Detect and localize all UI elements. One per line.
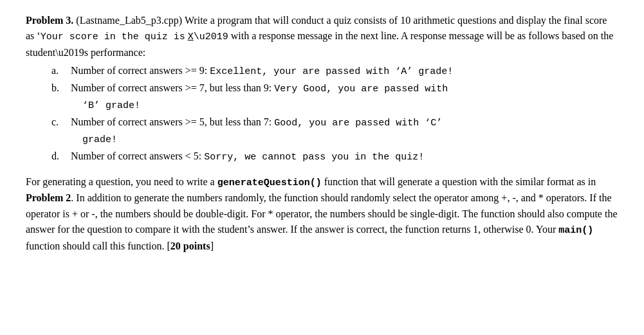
problem-header: Problem 3. (26, 15, 73, 26)
list-item-c: c. Number of correct answers >= 5, but l… (51, 114, 618, 147)
para2-problem2: Problem 2 (26, 192, 71, 203)
page-content: Problem 3. (Lastname_Lab5_p3.cpp) Write … (26, 13, 618, 254)
list-label-c: c. (51, 114, 67, 130)
problem-score-end-quote: \u2019 (194, 32, 228, 42)
problem-score-var: X (188, 32, 194, 42)
list-mono-c: Good, you are passed with ‘C’ grade! (71, 118, 442, 145)
list-content-b: Number of correct answers >= 7, but less… (71, 80, 618, 113)
list-item-b: b. Number of correct answers >= 7, but l… (51, 80, 618, 113)
list-content-a: Number of correct answers >= 9: Excellen… (71, 63, 618, 80)
list-label-d: d. (51, 149, 67, 164)
list-mono-a: Excellent, your are passed with ‘A’ grad… (210, 66, 453, 77)
para2-points: 20 points (170, 240, 210, 251)
problem-score-mono: Your score in the quiz is (41, 32, 185, 42)
list-item-a: a. Number of correct answers >= 9: Excel… (51, 63, 618, 80)
list-mono-b: Very Good, you are passed with ‘B’ grade… (71, 84, 448, 111)
list-content-c: Number of correct answers >= 5, but less… (71, 114, 618, 147)
paragraph2: For generating a question, you need to w… (26, 174, 618, 255)
list-mono-d: Sorry, we cannot pass you in the quiz! (204, 152, 424, 163)
problem-file: (Lastname_Lab5_p3.cpp) (76, 15, 182, 26)
para2-func: generateQuestion() (217, 177, 322, 188)
problem-text: Problem 3. (Lastname_Lab5_p3.cpp) Write … (26, 13, 618, 60)
list-container: a. Number of correct answers >= 9: Excel… (51, 63, 618, 165)
para2-main: main() (558, 225, 593, 236)
list-content-d: Number of correct answers < 5: Sorry, we… (71, 149, 618, 165)
list-label-b: b. (51, 80, 67, 96)
list-item-d: d. Number of correct answers < 5: Sorry,… (51, 149, 618, 165)
list-label-a: a. (51, 63, 67, 78)
